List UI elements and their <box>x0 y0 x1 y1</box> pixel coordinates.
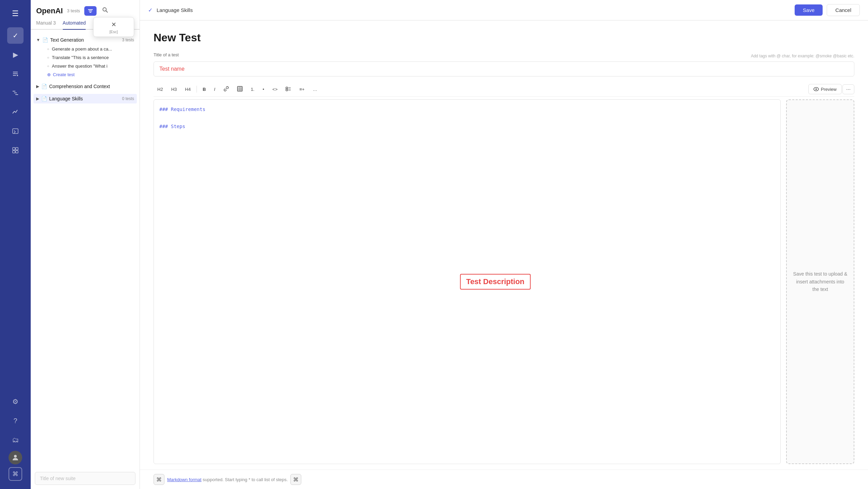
toolbar-bold[interactable]: B <box>199 85 209 94</box>
tags-hint: Add tags with @ char, for example: @smok… <box>179 54 854 58</box>
sidebar-tree: ▼ 📄 Text Generation 3 tests ○ Generate a… <box>31 30 140 469</box>
left-nav: ☰ ✓ ▶ ⚙ ? <box>0 0 31 489</box>
toolbar-ordered-list[interactable]: 1. <box>247 85 258 94</box>
main-area: ✓ Language Skills Save Cancel New Test T… <box>140 0 868 489</box>
toolbar-unordered-list[interactable]: • <box>259 85 268 94</box>
editor-toolbar: H2 H3 H4 B I <box>154 82 854 97</box>
editor-footer: ⌘ Markdown format supported. Start typin… <box>140 470 868 489</box>
field-label: Title of a test <box>154 52 179 57</box>
svg-point-12 <box>14 455 17 458</box>
suite-text-generation: ▼ 📄 Text Generation 3 tests ○ Generate a… <box>31 34 140 80</box>
chevron-right-icon: ▶ <box>36 96 39 101</box>
tab-manual[interactable]: Manual 3 <box>36 20 56 30</box>
svg-rect-8 <box>13 148 15 150</box>
filter-dropdown: ✕ [Esc] <box>93 17 134 37</box>
field-row: Title of a test Add tags with @ char, fo… <box>154 52 854 59</box>
test-item[interactable]: ○ Answer the question "What i <box>44 62 137 70</box>
preview-button[interactable]: Preview <box>808 84 842 94</box>
toolbar-checklist[interactable] <box>282 84 295 94</box>
test-name: Answer the question "What i <box>52 64 107 69</box>
circle-icon: ○ <box>47 64 49 68</box>
filter-button[interactable] <box>84 6 97 16</box>
nav-list-icon[interactable] <box>7 66 24 82</box>
app-name: OpenAI <box>36 6 63 15</box>
suite-language-skills-count: 0 tests <box>122 96 134 101</box>
nav-steps-icon[interactable] <box>7 85 24 101</box>
markdown-link[interactable]: Markdown format <box>167 477 201 482</box>
svg-point-3 <box>17 75 18 76</box>
editor-area: New Test Title of a test Add tags with @… <box>140 20 868 470</box>
svg-rect-10 <box>13 151 15 153</box>
test-item[interactable]: ○ Generate a poem about a ca... <box>44 45 137 53</box>
plus-icon: ⊕ <box>47 72 51 77</box>
sidebar: OpenAI 3 tests ✕ [Esc] Manual 3 Automate… <box>31 0 140 489</box>
suite-doc-icon: 📄 <box>42 37 48 43</box>
create-test-link[interactable]: ⊕ Create test <box>44 70 137 79</box>
nav-terminal-icon[interactable] <box>7 123 24 139</box>
chevron-right-icon: ▶ <box>36 84 39 89</box>
svg-line-14 <box>106 11 107 13</box>
test-description-badge: Test Description <box>460 274 531 290</box>
editor-placeholder: ### Requirements ### Steps <box>159 105 775 131</box>
keyboard-shortcut-footer-icon: ⌘ <box>154 474 164 485</box>
toolbar-indent[interactable]: ≡+ <box>295 85 308 94</box>
suite-language-skills: ▶ 📄 Language Skills 0 tests <box>31 93 140 105</box>
avatar[interactable] <box>9 451 22 464</box>
breadcrumb-check-icon: ✓ <box>148 7 153 13</box>
toolbar-italic[interactable]: I <box>210 85 219 94</box>
create-test-label: Create test <box>53 72 75 77</box>
nav-grid-icon[interactable] <box>7 142 24 158</box>
save-button[interactable]: Save <box>795 4 823 16</box>
circle-icon: ○ <box>47 47 49 51</box>
toolbar-more[interactable]: … <box>309 85 321 94</box>
toolbar-h4[interactable]: H4 <box>181 85 194 94</box>
attachments-text: Save this test to upload & insert attach… <box>792 270 848 293</box>
toolbar-h3[interactable]: H3 <box>168 85 181 94</box>
test-name: Translate "This is a sentence <box>52 55 109 60</box>
attachments-panel: Save this test to upload & insert attach… <box>786 99 854 464</box>
test-count: 3 tests <box>67 8 80 13</box>
content-line1: ### Requirements <box>159 105 775 114</box>
more-options-button[interactable]: ⋯ <box>842 84 854 94</box>
filter-close-area: ✕ [Esc] <box>96 20 131 34</box>
toolbar-h2[interactable]: H2 <box>154 85 167 94</box>
toolbar-code[interactable]: <> <box>269 85 281 94</box>
svg-rect-22 <box>286 89 288 91</box>
suite-text-generation-name: Text Generation <box>50 37 120 43</box>
breadcrumb-text: Language Skills <box>157 7 193 13</box>
test-name: Generate a poem about a ca... <box>52 46 112 52</box>
nav-check-icon[interactable]: ✓ <box>7 27 24 44</box>
nav-settings-icon[interactable]: ⚙ <box>7 393 24 410</box>
toolbar-separator <box>197 86 197 93</box>
hamburger-icon[interactable]: ☰ <box>7 5 24 22</box>
top-bar: ✓ Language Skills Save Cancel <box>140 0 868 20</box>
suite-doc-icon: 📄 <box>41 84 47 89</box>
nav-play-icon[interactable]: ▶ <box>7 46 24 63</box>
circle-icon: ○ <box>47 56 49 59</box>
tab-automated[interactable]: Automated <box>63 20 86 30</box>
svg-rect-15 <box>237 86 242 91</box>
svg-rect-7 <box>13 129 18 134</box>
svg-rect-11 <box>16 151 18 153</box>
test-item[interactable]: ○ Translate "This is a sentence <box>44 53 137 62</box>
filter-close-button[interactable]: ✕ <box>108 20 119 29</box>
new-suite-input[interactable] <box>35 472 135 485</box>
suite-language-skills-header[interactable]: ▶ 📄 Language Skills 0 tests <box>33 94 137 103</box>
suite-comprehension: ▶ 📄 Comprehension and Context <box>31 80 140 93</box>
test-name-input[interactable] <box>154 61 854 76</box>
nav-help-icon[interactable]: ? <box>7 413 24 429</box>
keyboard-shortcut-icon: ⌘ <box>9 467 22 481</box>
cancel-button[interactable]: Cancel <box>827 4 860 16</box>
nav-folder-icon[interactable]: 🗂 <box>7 432 24 448</box>
preview-label: Preview <box>821 87 837 92</box>
editor-content[interactable]: ### Requirements ### Steps Test Descript… <box>154 99 781 464</box>
toolbar-table[interactable] <box>233 84 246 94</box>
sidebar-header: OpenAI 3 tests ✕ [Esc] <box>31 0 140 16</box>
page-title: New Test <box>154 31 854 44</box>
suite-comprehension-header[interactable]: ▶ 📄 Comprehension and Context <box>33 82 137 91</box>
nav-analytics-icon[interactable] <box>7 104 24 120</box>
search-button[interactable] <box>101 5 110 16</box>
svg-rect-9 <box>16 148 18 150</box>
suite-doc-icon: 📄 <box>41 96 47 101</box>
toolbar-link[interactable] <box>220 84 233 94</box>
